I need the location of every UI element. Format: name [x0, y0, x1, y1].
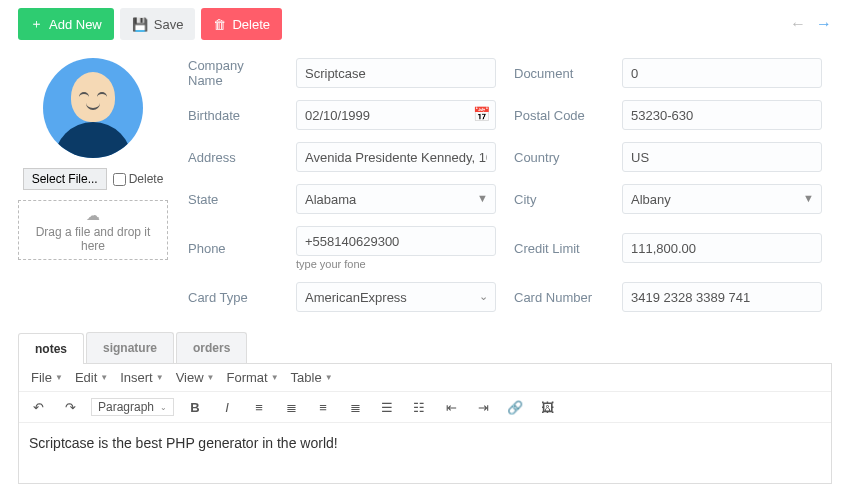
- menu-insert[interactable]: Insert▼: [116, 368, 167, 387]
- undo-icon[interactable]: ↶: [27, 396, 49, 418]
- profile-column: Select File... Delete ☁ Drag a file and …: [18, 58, 168, 312]
- company-name-field[interactable]: [296, 58, 496, 88]
- label-state: State: [188, 192, 278, 207]
- top-toolbar: ＋ Add New 💾 Save 🗑 Delete ← →: [0, 0, 850, 48]
- tabs-section: notes signature orders File▼ Edit▼ Inser…: [0, 332, 850, 500]
- label-city: City: [514, 192, 604, 207]
- address-field[interactable]: [296, 142, 496, 172]
- bold-icon[interactable]: B: [184, 396, 206, 418]
- state-select[interactable]: Alabama: [296, 184, 496, 214]
- card-number-field[interactable]: [622, 282, 822, 312]
- indent-icon[interactable]: ⇥: [472, 396, 494, 418]
- delete-label: Delete: [232, 17, 270, 32]
- birthdate-field[interactable]: [296, 100, 496, 130]
- toolbar-left: ＋ Add New 💾 Save 🗑 Delete: [18, 8, 282, 40]
- editor-toolbar: ↶ ↷ Paragraph⌄ B I ≡ ≣ ≡ ≣ ☰ ☷ ⇤ ⇥ 🔗 🖼: [19, 392, 831, 423]
- postal-code-field[interactable]: [622, 100, 822, 130]
- outdent-icon[interactable]: ⇤: [440, 396, 462, 418]
- add-new-button[interactable]: ＋ Add New: [18, 8, 114, 40]
- label-card-type: Card Type: [188, 290, 278, 305]
- number-list-icon[interactable]: ☷: [408, 396, 430, 418]
- nav-arrows: ← →: [790, 15, 832, 33]
- save-label: Save: [154, 17, 184, 32]
- calendar-icon[interactable]: 📅: [473, 106, 490, 122]
- chevron-down-icon: ▼: [271, 373, 279, 382]
- menu-view[interactable]: View▼: [172, 368, 219, 387]
- delete-file-checkbox[interactable]: Delete: [113, 172, 164, 186]
- star-icon[interactable]: ★: [84, 496, 102, 500]
- chevron-down-icon: ⌄: [160, 403, 167, 412]
- label-card-number: Card Number: [514, 290, 604, 305]
- form-grid: Company Name Document Birthdate 📅 Postal…: [188, 58, 832, 312]
- chevron-down-icon: ▼: [325, 373, 333, 382]
- paragraph-select[interactable]: Paragraph⌄: [91, 398, 174, 416]
- tabs: notes signature orders: [18, 332, 832, 363]
- country-field[interactable]: [622, 142, 822, 172]
- italic-icon[interactable]: I: [216, 396, 238, 418]
- cloud-upload-icon: ☁: [86, 207, 100, 223]
- card-type-select[interactable]: AmericanExpress: [296, 282, 496, 312]
- next-arrow-icon[interactable]: →: [816, 15, 832, 33]
- document-field[interactable]: [622, 58, 822, 88]
- editor-content[interactable]: Scriptcase is the best PHP generator in …: [19, 423, 831, 483]
- redo-icon[interactable]: ↷: [59, 396, 81, 418]
- menu-file[interactable]: File▼: [27, 368, 67, 387]
- label-credit-limit: Credit Limit: [514, 241, 604, 256]
- avatar: [43, 58, 143, 158]
- label-address: Address: [188, 150, 278, 165]
- label-phone: Phone: [188, 241, 278, 256]
- credit-limit-field[interactable]: [622, 233, 822, 263]
- tab-signature[interactable]: signature: [86, 332, 174, 363]
- tab-orders[interactable]: orders: [176, 332, 247, 363]
- phone-field[interactable]: [296, 226, 496, 256]
- align-justify-icon[interactable]: ≣: [344, 396, 366, 418]
- chevron-down-icon: ▼: [207, 373, 215, 382]
- menu-table[interactable]: Table▼: [287, 368, 337, 387]
- plus-icon: ＋: [30, 15, 43, 33]
- rich-text-editor: File▼ Edit▼ Insert▼ View▼ Format▼ Table▼…: [18, 363, 832, 484]
- chevron-down-icon: ▼: [55, 373, 63, 382]
- editor-menu-bar: File▼ Edit▼ Insert▼ View▼ Format▼ Table▼: [19, 364, 831, 392]
- chevron-down-icon: ▼: [156, 373, 164, 382]
- delete-button[interactable]: 🗑 Delete: [201, 8, 282, 40]
- main-area: Select File... Delete ☁ Drag a file and …: [0, 48, 850, 332]
- align-right-icon[interactable]: ≡: [312, 396, 334, 418]
- align-left-icon[interactable]: ≡: [248, 396, 270, 418]
- menu-edit[interactable]: Edit▼: [71, 368, 112, 387]
- chevron-down-icon: ▼: [100, 373, 108, 382]
- file-row: Select File... Delete: [23, 168, 164, 190]
- star-icon[interactable]: ★: [40, 496, 58, 500]
- menu-format[interactable]: Format▼: [223, 368, 283, 387]
- label-company-name: Company Name: [188, 58, 278, 88]
- city-select[interactable]: Albany: [622, 184, 822, 214]
- select-file-button[interactable]: Select File...: [23, 168, 107, 190]
- delete-file-input[interactable]: [113, 173, 126, 186]
- save-button[interactable]: 💾 Save: [120, 8, 196, 40]
- star-icon[interactable]: ★: [62, 496, 80, 500]
- star-icon[interactable]: ★: [106, 496, 124, 500]
- save-icon: 💾: [132, 17, 148, 32]
- dropzone-label: Drag a file and drop it here: [25, 225, 161, 253]
- trash-icon: 🗑: [213, 17, 226, 32]
- add-new-label: Add New: [49, 17, 102, 32]
- rating-stars[interactable]: ★ ★ ★ ★ ★: [18, 484, 832, 500]
- label-birthdate: Birthdate: [188, 108, 278, 123]
- label-postal-code: Postal Code: [514, 108, 604, 123]
- star-icon[interactable]: ★: [18, 496, 36, 500]
- link-icon[interactable]: 🔗: [504, 396, 526, 418]
- label-country: Country: [514, 150, 604, 165]
- file-dropzone[interactable]: ☁ Drag a file and drop it here: [18, 200, 168, 260]
- label-document: Document: [514, 66, 604, 81]
- tab-notes[interactable]: notes: [18, 333, 84, 364]
- delete-file-label: Delete: [129, 172, 164, 186]
- align-center-icon[interactable]: ≣: [280, 396, 302, 418]
- image-icon[interactable]: 🖼: [536, 396, 558, 418]
- phone-hint: type your fone: [296, 258, 496, 270]
- prev-arrow-icon[interactable]: ←: [790, 15, 806, 33]
- bullet-list-icon[interactable]: ☰: [376, 396, 398, 418]
